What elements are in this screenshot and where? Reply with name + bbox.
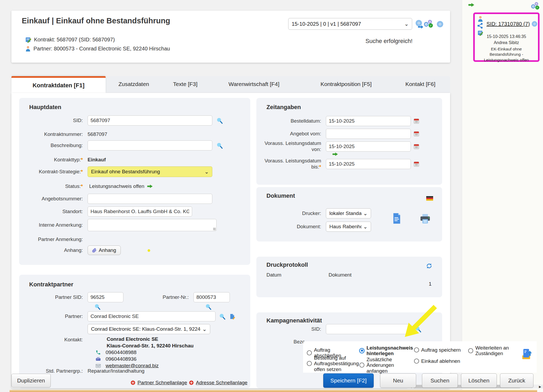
search-icon[interactable] bbox=[205, 303, 212, 310]
action-options-overlay: Auftrag abschließen Leistungsnachweis hi… bbox=[303, 341, 537, 373]
green-arrow-icon[interactable] bbox=[332, 152, 338, 156]
scroll-right-arrow[interactable]: ► bbox=[538, 385, 542, 389]
print-preview-icon[interactable] bbox=[392, 213, 401, 224]
add-circle-icon bbox=[189, 380, 194, 385]
radio-icon bbox=[468, 348, 473, 353]
search-icon[interactable] bbox=[216, 117, 223, 124]
kontakt-label: Kontakt: bbox=[19, 337, 88, 343]
leistung-von-label: Vorauss. Leistungsdatum von: bbox=[256, 140, 326, 153]
green-arrow-icon[interactable] bbox=[468, 3, 475, 7]
druckprotokoll-col-datum[interactable]: Datum bbox=[266, 272, 281, 278]
tab-kontraktdaten[interactable]: Kontraktdaten [F1] bbox=[11, 76, 106, 93]
leistung-bis-input[interactable] bbox=[326, 159, 411, 169]
calendar-icon[interactable] bbox=[413, 161, 419, 167]
export-icon[interactable] bbox=[521, 348, 532, 360]
tab-zusatzdaten[interactable]: Zusatzdaten bbox=[118, 81, 149, 87]
radio-icon bbox=[414, 359, 419, 364]
standort-input[interactable] bbox=[88, 206, 192, 217]
interne-anmerkung-textarea[interactable] bbox=[88, 219, 217, 231]
duplizieren-button[interactable]: Duplizieren bbox=[11, 374, 51, 387]
disc-icon[interactable] bbox=[436, 20, 444, 28]
druckprotokoll-page[interactable]: 1 bbox=[429, 281, 432, 287]
partnergrp-value: Reparatur/Instandhaltung bbox=[88, 368, 144, 374]
radio-weiterleiten[interactable]: Weiterleiten an Zuständigen bbox=[468, 345, 521, 356]
loeschen-button[interactable]: Löschen bbox=[461, 373, 497, 388]
tab-kontraktposition[interactable]: Kontraktposition [F5] bbox=[321, 81, 372, 87]
radio-zusaetzliche-aenderungen[interactable]: Zusätzliche Änderungen anfangen bbox=[359, 357, 414, 374]
search-icon[interactable] bbox=[216, 142, 223, 149]
kampagne-title: Kampagnenaktivität bbox=[266, 317, 322, 324]
fax-icon bbox=[96, 356, 102, 362]
anhang-label: Anhang: bbox=[19, 247, 88, 253]
disc-icon[interactable] bbox=[531, 20, 538, 27]
calendar-icon[interactable] bbox=[413, 144, 419, 149]
strategie-select[interactable]: Einkauf ohne Bestandsführung ⌄ bbox=[88, 166, 212, 177]
version-select[interactable]: 15-10-2025 | 0 | v1 | 5687097 ⌄ bbox=[288, 18, 412, 30]
bestelldatum-input[interactable] bbox=[326, 116, 411, 126]
history-user: Andrea Sibitz bbox=[475, 40, 538, 45]
search-icon[interactable] bbox=[415, 326, 422, 333]
angebotsnummer-input[interactable] bbox=[88, 194, 212, 204]
process-gears-icon[interactable]: ⚙ ⚙ ✓ bbox=[423, 19, 434, 29]
angebot-vom-input[interactable] bbox=[326, 129, 411, 139]
dokument-select-value: Haus Rabenhor bbox=[329, 224, 361, 230]
radio-bestellung-offen-setzen[interactable]: Bestellung auf Auftragsbestätigung offen… bbox=[307, 355, 359, 372]
chevron-down-icon: ⌄ bbox=[202, 326, 207, 332]
partner-nr-input[interactable] bbox=[193, 292, 230, 302]
partner-nr-label: Partner-Nr.: bbox=[146, 294, 193, 300]
page-title: Einkauf | Einkauf ohne Bestandsführung bbox=[22, 16, 170, 25]
german-flag-icon[interactable] bbox=[426, 196, 433, 201]
process-gears-icon[interactable]: ⚙ ⚙ ✓ bbox=[531, 1, 541, 11]
tab-texte[interactable]: Texte [F3] bbox=[173, 81, 197, 87]
radio-leistungsnachweis-hinterlegen[interactable]: Leistungsnachweis hinterlegen bbox=[359, 345, 412, 356]
druckprotokoll-col-dokument[interactable]: Dokument bbox=[329, 272, 352, 278]
paperclip-icon bbox=[92, 248, 97, 253]
calendar-icon[interactable] bbox=[413, 118, 419, 124]
kampagne-sid-input[interactable] bbox=[326, 324, 411, 334]
yellow-dot-marker bbox=[148, 249, 150, 252]
dokument-title: Dokument bbox=[266, 192, 295, 199]
drucker-select[interactable]: lokaler Standar ⌄ bbox=[326, 208, 371, 218]
disc-history-icon[interactable] bbox=[414, 19, 424, 29]
anhang-button[interactable]: Anhang bbox=[88, 245, 121, 255]
beschreibung-label: Beschreibung: bbox=[19, 143, 88, 149]
tab-kontraktdaten-label: Kontraktdaten [F1] bbox=[33, 82, 85, 89]
tab-kontakt[interactable]: Kontakt [F6] bbox=[405, 81, 435, 87]
version-select-value: 15-10-2025 | 0 | v1 | 5687097 bbox=[292, 21, 403, 27]
zurueck-button[interactable]: Zurück bbox=[500, 373, 533, 388]
kontrakttyp-value: Einkauf bbox=[88, 157, 106, 163]
tab-strip: Zusatzdaten Texte [F3] Warenwirtschaft [… bbox=[106, 76, 450, 93]
leistung-von-input[interactable] bbox=[326, 141, 411, 152]
partner-schnellanlage-link[interactable]: Partner Schnellanlage bbox=[131, 380, 187, 386]
sid-input[interactable] bbox=[88, 115, 212, 126]
suchen-button[interactable]: Suchen bbox=[422, 373, 458, 388]
drucker-select-value: lokaler Standar bbox=[329, 210, 361, 216]
kontakt-email-link[interactable]: webmaster@conrad.biz bbox=[106, 363, 159, 369]
green-arrow-icon[interactable] bbox=[147, 184, 153, 188]
neu-button[interactable]: Neu bbox=[380, 373, 416, 388]
printer-icon[interactable] bbox=[419, 214, 431, 224]
tab-warenwirtschaft[interactable]: Warenwirtschaft [F4] bbox=[229, 81, 279, 87]
calendar-icon[interactable] bbox=[413, 131, 419, 137]
search-icon[interactable] bbox=[94, 303, 101, 310]
druckprotokoll-panel: Druckprotokoll Datum Dokument 1 bbox=[256, 257, 442, 297]
dokument-select[interactable]: Haus Rabenhor ⌄ bbox=[326, 222, 371, 232]
radio-icon bbox=[414, 347, 419, 352]
person-icon bbox=[25, 46, 31, 52]
partnergrp-label: Std. Partnergrp.: bbox=[19, 368, 88, 374]
partner-sid-input[interactable] bbox=[88, 292, 123, 302]
adresse-schnellanlage-link[interactable]: Adresse Schnellanlage bbox=[189, 380, 247, 386]
chevron-down-icon: ⌄ bbox=[363, 210, 368, 217]
partner-address-select[interactable]: Conrad Electronic SE: Klaus-Conrad-Str. … bbox=[88, 324, 210, 334]
hauptdaten-panel: Hauptdaten SID: Kontraktnummer: 5687097 … bbox=[19, 98, 250, 265]
beschreibung-input[interactable] bbox=[88, 140, 212, 150]
search-icon[interactable] bbox=[219, 313, 226, 320]
refresh-icon[interactable] bbox=[426, 262, 433, 269]
radio-auftrag-speichern[interactable]: Auftrag speichern bbox=[414, 347, 466, 353]
speichern-button[interactable]: Speichern [F2] bbox=[323, 373, 374, 388]
document-edit-icon[interactable] bbox=[229, 313, 235, 320]
radio-einkauf-ablehnen[interactable]: Einkauf ablehnen bbox=[414, 358, 466, 364]
history-sid-link[interactable]: SID: 17310780 (7) bbox=[486, 21, 530, 27]
partner-input[interactable] bbox=[88, 311, 216, 321]
chevron-down-icon: ⌄ bbox=[204, 169, 209, 175]
